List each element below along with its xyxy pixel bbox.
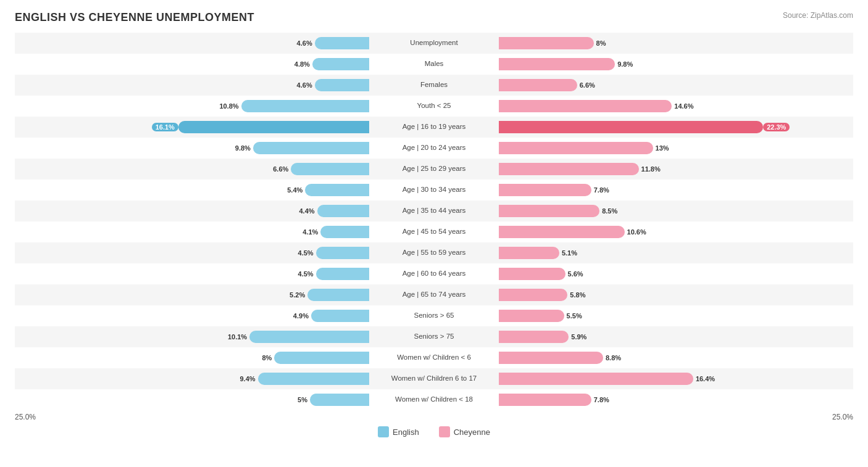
bar-row: 4.5% Age | 60 to 64 years 5.6% — [15, 263, 853, 284]
english-bar — [178, 121, 369, 133]
legend-english: English — [378, 426, 419, 437]
bar-row: 6.6% Age | 25 to 29 years 11.8% — [15, 159, 853, 180]
right-section: 13% — [499, 138, 848, 159]
bar-row: 4.6% Females 6.6% — [15, 75, 853, 96]
right-section: 8.5% — [499, 200, 848, 221]
cheyenne-bar — [499, 184, 591, 196]
row-label: Seniors > 65 — [369, 312, 499, 320]
cheyenne-bar — [499, 373, 693, 385]
left-section: 9.4% — [20, 368, 369, 389]
english-bar — [249, 331, 369, 343]
cheyenne-value: 10.6% — [625, 228, 646, 236]
bar-wrap: 5% Women w/ Children < 18 7.8% — [15, 389, 853, 410]
cheyenne-legend-label: Cheyenne — [454, 428, 490, 437]
bar-row: 4.4% Age | 35 to 44 years 8.5% — [15, 200, 853, 221]
left-section: 4.6% — [20, 75, 369, 96]
bar-row: 10.8% Youth < 25 14.6% — [15, 96, 853, 117]
bar-wrap: 4.4% Age | 35 to 44 years 8.5% — [15, 200, 853, 221]
english-value: 16.1% — [152, 123, 178, 131]
english-bar — [320, 226, 369, 238]
bar-wrap: 4.5% Age | 60 to 64 years 5.6% — [15, 263, 853, 284]
chart-header: ENGLISH VS CHEYENNE UNEMPLOYMENT Source:… — [15, 11, 853, 24]
cheyenne-value: 5.1% — [559, 249, 577, 257]
cheyenne-value: 9.8% — [615, 60, 633, 68]
english-value: 4.9% — [293, 312, 311, 320]
left-section: 10.1% — [20, 326, 369, 347]
english-bar — [291, 163, 369, 175]
row-label: Women w/ Children 6 to 17 — [369, 374, 499, 383]
bar-wrap: 4.5% Age | 55 to 59 years 5.1% — [15, 242, 853, 263]
english-value: 4.8% — [294, 60, 312, 68]
row-label: Females — [369, 81, 499, 89]
english-value: 9.4% — [240, 375, 257, 382]
english-bar — [316, 247, 369, 259]
bar-wrap: 10.8% Youth < 25 14.6% — [15, 96, 853, 117]
right-section: 8.8% — [499, 347, 848, 368]
right-section: 8% — [499, 33, 848, 54]
bar-wrap: 8% Women w/ Children < 6 8.8% — [15, 347, 853, 368]
left-section: 4.9% — [20, 305, 369, 326]
right-section: 5.1% — [499, 242, 848, 263]
cheyenne-value: 5.6% — [565, 270, 583, 278]
english-legend-box — [378, 426, 389, 437]
row-label: Women w/ Children < 18 — [369, 395, 499, 404]
right-section: 5.6% — [499, 263, 848, 284]
chart-body: 4.6% Unemployment 8% 4.8% — [15, 33, 853, 410]
right-section: 11.8% — [499, 159, 848, 180]
row-label: Seniors > 75 — [369, 333, 499, 341]
cheyenne-value: 8.8% — [603, 354, 621, 362]
english-bar — [315, 79, 369, 91]
bar-row: 9.8% Age | 20 to 24 years 13% — [15, 138, 853, 159]
cheyenne-bar — [499, 205, 599, 217]
english-bar — [274, 352, 369, 364]
chart-legend: English Cheyenne — [15, 426, 853, 437]
english-value: 9.8% — [235, 144, 253, 152]
cheyenne-value: 22.3% — [763, 123, 790, 131]
cheyenne-value: 5.5% — [564, 312, 582, 320]
bar-row: 4.5% Age | 55 to 59 years 5.1% — [15, 242, 853, 263]
right-section: 5.8% — [499, 284, 848, 305]
left-section: 4.5% — [20, 263, 369, 284]
cheyenne-bar — [499, 37, 594, 49]
cheyenne-bar — [499, 142, 653, 154]
cheyenne-bar — [499, 58, 615, 70]
cheyenne-value: 5.9% — [569, 333, 586, 341]
english-value: 5.2% — [290, 291, 307, 299]
bar-row: 10.1% Seniors > 75 5.9% — [15, 326, 853, 347]
row-label: Age | 20 to 24 years — [369, 144, 499, 152]
bar-row: 5.2% Age | 65 to 74 years 5.8% — [15, 284, 853, 305]
cheyenne-value: 7.8% — [591, 396, 609, 403]
bar-row: 4.9% Seniors > 65 5.5% — [15, 305, 853, 326]
left-section: 5.4% — [20, 180, 369, 200]
left-section: 9.8% — [20, 138, 369, 159]
english-legend-label: English — [393, 428, 419, 437]
bar-wrap: 9.4% Women w/ Children 6 to 17 16.4% — [15, 368, 853, 389]
bar-wrap: 16.1% Age | 16 to 19 years 22.3% — [15, 117, 853, 138]
bar-wrap: 5.2% Age | 65 to 74 years 5.8% — [15, 284, 853, 305]
right-section: 7.8% — [499, 180, 848, 200]
english-bar — [311, 310, 369, 322]
cheyenne-value: 8% — [594, 39, 606, 47]
bar-wrap: 5.4% Age | 30 to 34 years 7.8% — [15, 180, 853, 200]
row-label: Males — [369, 60, 499, 68]
left-section: 4.5% — [20, 242, 369, 263]
english-value: 4.6% — [297, 39, 315, 47]
row-label: Age | 45 to 54 years — [369, 228, 499, 236]
chart-axes: 25.0% 25.0% — [15, 413, 853, 421]
bar-row: 5.4% Age | 30 to 34 years 7.8% — [15, 180, 853, 200]
left-section: 10.8% — [20, 96, 369, 117]
bar-wrap: 4.8% Males 9.8% — [15, 54, 853, 75]
left-section: 4.1% — [20, 221, 369, 242]
row-label: Age | 35 to 44 years — [369, 207, 499, 215]
cheyenne-value: 5.8% — [567, 291, 585, 299]
cheyenne-bar — [499, 100, 672, 112]
bar-row: 5% Women w/ Children < 18 7.8% — [15, 389, 853, 410]
english-value: 4.1% — [303, 228, 320, 236]
bar-row: 4.8% Males 9.8% — [15, 54, 853, 75]
english-bar — [305, 184, 369, 196]
cheyenne-bar — [499, 352, 603, 364]
chart-source: Source: ZipAtlas.com — [783, 11, 853, 20]
english-value: 10.1% — [228, 333, 249, 341]
english-value: 5.4% — [287, 186, 305, 194]
cheyenne-bar — [499, 310, 564, 322]
